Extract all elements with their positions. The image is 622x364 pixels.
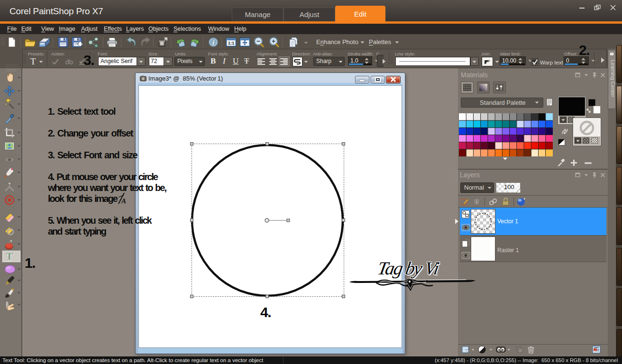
svg-text:i: i	[212, 39, 214, 46]
svg-text:f: f	[476, 200, 477, 204]
svg-text:1:1: 1:1	[228, 40, 235, 46]
svg-text:A: A	[121, 197, 126, 205]
